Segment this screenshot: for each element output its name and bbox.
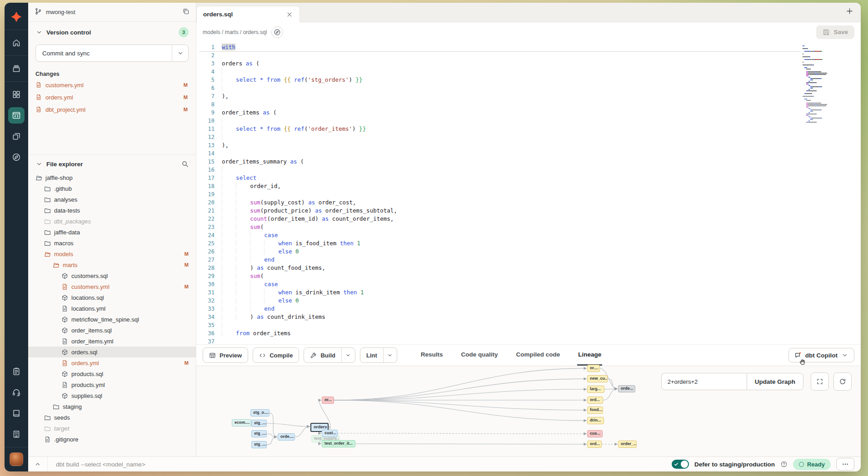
dbt-copilot-button[interactable]: dbt Copilot xyxy=(788,348,854,362)
editor-minimap[interactable] xyxy=(803,45,834,123)
tab-results[interactable]: Results xyxy=(420,345,444,366)
copilot-label: dbt Copilot xyxy=(805,352,838,359)
nav-grid-icon[interactable] xyxy=(8,86,25,103)
nav-book-icon[interactable] xyxy=(8,405,25,421)
tree-item-products-sql[interactable]: products.sql xyxy=(28,368,196,379)
lineage-node-ordery[interactable]: order_.... xyxy=(618,441,637,448)
lineage-node-y2[interactable]: new_cu... xyxy=(587,375,608,382)
chevron-down-icon[interactable] xyxy=(383,348,397,362)
tree-item-jaffle-data[interactable]: jaffle-data xyxy=(28,227,196,238)
nav-home-icon[interactable] xyxy=(8,35,25,51)
tab-code-quality[interactable]: Code quality xyxy=(460,345,499,366)
preview-button[interactable]: Preview xyxy=(203,347,248,363)
commit-and-sync-button[interactable]: Commit and sync xyxy=(35,45,189,62)
tree-item-marts[interactable]: martsM xyxy=(28,259,196,270)
more-options-button[interactable] xyxy=(836,458,854,471)
compile-button[interactable]: Compile xyxy=(253,347,299,363)
tree-item-target[interactable]: target xyxy=(28,423,196,434)
lineage-node-cusp[interactable]: cus... xyxy=(587,430,603,437)
search-icon[interactable] xyxy=(181,160,189,168)
lineage-node-stg1[interactable]: stg_.... xyxy=(251,420,267,427)
tree-item-customers-sql[interactable]: customers.sql xyxy=(28,270,196,281)
lineage-node-orp[interactable]: or... xyxy=(322,397,334,404)
lineage-node-y3[interactable]: larg... xyxy=(587,386,604,393)
build-button[interactable]: Build xyxy=(304,347,355,363)
tab-orders-sql[interactable]: orders.sql xyxy=(196,6,300,22)
chevron-down-icon[interactable] xyxy=(35,29,43,36)
lineage-node-y4[interactable]: ord... xyxy=(587,397,603,404)
help-icon[interactable] xyxy=(780,461,788,468)
tree-item-label: .github xyxy=(54,185,190,192)
close-icon[interactable] xyxy=(286,11,293,18)
lineage-node-cust[interactable]: cust... xyxy=(322,430,338,437)
nav-develop-icon[interactable] xyxy=(8,107,25,124)
command-input[interactable]: dbt build --select <model_name> xyxy=(47,457,672,471)
line-number: 23 xyxy=(196,223,222,231)
tab-lineage[interactable]: Lineage xyxy=(577,345,602,366)
tree-item-jaffle-shop[interactable]: jaffle-shop xyxy=(28,172,196,183)
nav-headset-icon[interactable] xyxy=(8,384,25,401)
lineage-node-ordy[interactable]: ord... xyxy=(587,441,602,448)
lineage-node-stg2[interactable]: stg_.... xyxy=(251,430,267,437)
tree-item-orders-sql[interactable]: orders.sql xyxy=(28,347,196,357)
code-line: 4 xyxy=(196,68,861,76)
chevron-down-icon[interactable] xyxy=(341,348,355,362)
changed-file-row[interactable]: dbt_project.ymlM xyxy=(35,105,189,114)
folder-icon xyxy=(44,251,51,258)
tree-item-order-items-yml[interactable]: order_items.yml xyxy=(28,336,196,347)
line-number: 26 xyxy=(196,248,222,256)
refresh-button[interactable] xyxy=(833,372,852,391)
tree-item-metricflow-time-spine-sql[interactable]: metricflow_time_spine.sql xyxy=(28,314,196,325)
tree-item-locations-sql[interactable]: locations.sql xyxy=(28,292,196,303)
tree-item-models[interactable]: modelsM xyxy=(28,248,196,259)
lineage-node-orde[interactable]: orde.... xyxy=(278,433,295,441)
chevron-down-icon[interactable] xyxy=(35,160,43,168)
lineage-node-stg0[interactable]: stg_o.... xyxy=(250,409,269,416)
tree-item-data-tests[interactable]: data-tests xyxy=(28,205,196,216)
tree-item-supplies-sql[interactable]: supplies.sql xyxy=(28,390,196,401)
tree-item-seeds[interactable]: seeds xyxy=(28,412,196,423)
tree-item-order-items-sql[interactable]: order_items.sql xyxy=(28,325,196,336)
tree-item-analyses[interactable]: analyses xyxy=(28,194,196,205)
commit-dropdown-chevron[interactable] xyxy=(172,45,188,61)
new-tab-button[interactable] xyxy=(846,7,853,17)
tab-compiled-code[interactable]: Compiled code xyxy=(515,345,561,366)
tree-item-locations-yml[interactable]: locations.yml xyxy=(28,303,196,314)
tree-item-dbt-packages[interactable]: dbt_packages xyxy=(28,216,196,227)
line-number: 11 xyxy=(196,125,222,133)
nav-dbt-logo-icon[interactable] xyxy=(8,9,25,25)
lint-button[interactable]: Lint xyxy=(360,347,397,363)
fullscreen-button[interactable] xyxy=(811,372,829,391)
nav-stack-icon[interactable] xyxy=(8,60,25,77)
nav-switch-icon[interactable] xyxy=(8,128,25,144)
tree-item-products-yml[interactable]: products.yml xyxy=(28,379,196,390)
code-editor[interactable]: 1with23orders as (4 5 select * from {{ r… xyxy=(196,42,861,344)
lineage-node-ecom[interactable]: ecom.... xyxy=(232,419,251,426)
lineage-node-toi[interactable]: test_order_it... xyxy=(322,440,355,447)
save-button[interactable]: Save xyxy=(816,25,854,39)
tree-item-macros[interactable]: macros xyxy=(28,238,196,248)
defer-toggle[interactable] xyxy=(672,460,689,469)
tree-item-staging[interactable]: staging xyxy=(28,401,196,412)
nav-clipboard-icon[interactable] xyxy=(8,363,25,380)
changed-file-row[interactable]: customers.ymlM xyxy=(35,80,189,89)
lineage-node-y6[interactable]: drin... xyxy=(587,417,604,424)
copy-icon[interactable] xyxy=(182,8,190,17)
tree-item--gitignore[interactable]: .gitignore xyxy=(28,434,196,445)
lineage-node-gror[interactable]: orde... xyxy=(618,385,635,392)
nav-building-icon[interactable] xyxy=(8,426,25,442)
tree-item--github[interactable]: .github xyxy=(28,183,196,194)
lineage-node-y1[interactable]: or.... xyxy=(587,365,600,372)
open-lineage-icon-button[interactable] xyxy=(271,26,283,38)
tree-item-customers-yml[interactable]: customers.ymlM xyxy=(28,281,196,292)
tree-item-orders-yml[interactable]: orders.ymlM xyxy=(28,357,196,368)
changed-file-row[interactable]: orders.ymlM xyxy=(35,93,189,102)
lineage-node-y5[interactable]: food... xyxy=(587,407,603,414)
user-avatar[interactable] xyxy=(10,452,23,466)
lineage-node-stg3[interactable]: stg_.... xyxy=(251,441,267,448)
tree-item-label: models xyxy=(54,251,181,258)
update-graph-button[interactable]: Update Graph xyxy=(747,373,803,390)
nav-explore-icon[interactable] xyxy=(8,149,25,165)
lineage-selector-input[interactable] xyxy=(661,373,747,390)
chevron-up-icon[interactable] xyxy=(28,461,47,468)
